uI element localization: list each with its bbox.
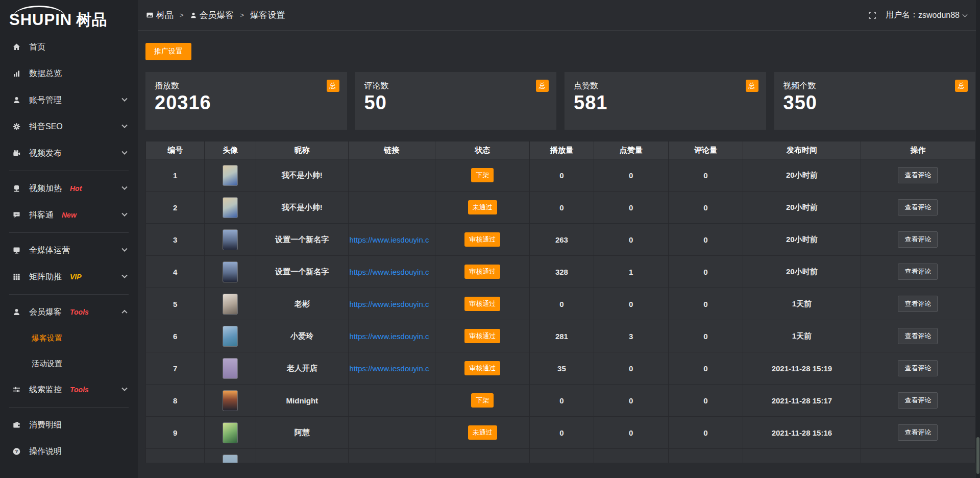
video-link[interactable]: https://www.iesdouyin.c	[350, 235, 434, 244]
cell-actions: 查看评论	[861, 256, 975, 288]
sidebar-item-douyin-seo[interactable]: 抖音SEO	[0, 113, 138, 140]
cell-nickname	[256, 449, 348, 463]
total-badge: 总	[955, 80, 968, 92]
video-table: 编号 头像 昵称 链接 状态 播放量 点赞量 评论量 发布时间 操作 1	[145, 141, 975, 463]
cell-comments: 0	[668, 159, 743, 192]
wallet-icon	[12, 421, 21, 429]
sidebar-item-home[interactable]: 首页	[0, 34, 138, 60]
cell-likes	[594, 449, 668, 463]
sidebar-item-help[interactable]: ? 操作说明	[0, 438, 138, 465]
avatar	[223, 358, 238, 379]
cell-likes: 1	[594, 256, 668, 288]
table-row: 2 我不是小帅! 未通过 0 0 0 20小时前 查看评论	[146, 192, 975, 224]
cell-plays: 0	[530, 159, 594, 192]
status-badge: 下架	[471, 393, 494, 408]
cell-likes: 0	[594, 352, 668, 385]
stat-card-comments: 评论数 50 总	[355, 72, 557, 130]
sidebar-item-label: 矩阵助推	[29, 272, 62, 282]
sidebar-item-label: 首页	[29, 42, 45, 53]
cell-plays: 35	[530, 352, 594, 385]
view-comments-button[interactable]: 查看评论	[898, 360, 938, 376]
promo-settings-button[interactable]: 推广设置	[145, 43, 191, 60]
cell-time: 1天前	[743, 288, 861, 320]
sidebar-item-clue-monitor[interactable]: 线索监控 Tools	[0, 376, 138, 403]
username-value: zswodun88	[918, 11, 960, 20]
video-link[interactable]: https://www.iesdouyin.c	[350, 332, 434, 341]
cell-link	[348, 449, 435, 463]
sidebar-item-video-heat[interactable]: 视频加热 Hot	[0, 175, 138, 202]
video-link[interactable]: https://www.iesdouyin.c	[350, 300, 434, 308]
sidebar-item-member-baoke[interactable]: 会员爆客 Tools	[0, 299, 138, 325]
col-header-id: 编号	[146, 141, 205, 159]
view-comments-button[interactable]: 查看评论	[898, 167, 938, 183]
view-comments-button[interactable]: 查看评论	[898, 392, 938, 409]
video-link[interactable]: https://www.iesdouyin.c	[350, 268, 434, 276]
breadcrumb-item-member-baoke[interactable]: 会员爆客	[190, 9, 234, 21]
chevron-down-icon	[121, 123, 127, 128]
sidebar-subitem-baoke-settings[interactable]: 爆客设置	[0, 325, 138, 351]
table-row: 1 我不是小帅! 下架 0 0 0 20小时前 查看评论	[146, 159, 975, 192]
stat-value: 50	[364, 92, 548, 114]
cell-time: 2021-11-28 15:17	[743, 385, 861, 417]
video-link[interactable]: https://www.iesdouyin.c	[350, 364, 434, 373]
cell-nickname: 我不是小帅!	[256, 192, 348, 224]
home-icon	[12, 43, 21, 51]
stat-label: 评论数	[364, 81, 548, 91]
sidebar-item-douketong[interactable]: 抖客通 New	[0, 202, 138, 228]
avatar	[223, 294, 238, 315]
view-comments-button[interactable]: 查看评论	[898, 264, 938, 280]
view-comments-button[interactable]: 查看评论	[898, 199, 938, 216]
status-badge: 未通过	[468, 200, 497, 214]
cell-actions: 查看评论	[861, 159, 975, 192]
stat-label: 点赞数	[574, 81, 757, 91]
cell-avatar	[205, 385, 256, 417]
stat-card-plays: 播放数 20316 总	[145, 72, 347, 130]
cell-comments: 0	[668, 224, 743, 256]
cell-time: 2021-11-28 15:16	[743, 417, 861, 449]
cell-link	[348, 159, 435, 192]
col-header-status: 状态	[435, 141, 530, 159]
cell-status: 审核通过	[435, 256, 530, 288]
cell-nickname: 设置一个新名字	[256, 256, 348, 288]
view-comments-button[interactable]: 查看评论	[898, 231, 938, 248]
cell-plays: 0	[530, 288, 594, 320]
sidebar-subitem-activity-settings[interactable]: 活动设置	[0, 351, 138, 376]
user-menu[interactable]: 用户名： zswodun88	[886, 10, 967, 20]
sidebar-subitem-label: 活动设置	[32, 359, 62, 369]
sidebar-item-label: 数据总览	[29, 68, 62, 79]
sidebar-divider	[9, 171, 129, 171]
cell-nickname: Midnight	[256, 385, 348, 417]
cell-time: 1天前	[743, 320, 861, 352]
sidebar-item-omnimedia[interactable]: 全媒体运营	[0, 237, 138, 264]
cell-id: 8	[146, 385, 205, 417]
sidebar-item-account-mgmt[interactable]: 账号管理	[0, 87, 138, 113]
chevron-down-icon	[121, 273, 127, 278]
col-header-comments: 评论量	[668, 141, 743, 159]
stat-card-likes: 点赞数 581 总	[565, 72, 766, 130]
sidebar-item-matrix-boost[interactable]: 矩阵助推 VIP	[0, 264, 138, 290]
breadcrumb-item-shupin[interactable]: 树品	[146, 9, 174, 21]
app-screen-icon	[146, 11, 154, 19]
sidebar-item-expense-detail[interactable]: 消费明细	[0, 412, 138, 438]
cell-link: https://www.iesdouyin.c	[348, 224, 435, 256]
status-badge: 审核通过	[464, 297, 500, 311]
sidebar-menu: 首页 数据总览 账号管理 抖音SEO 视频发布 视频加热 Hot	[0, 32, 138, 465]
fullscreen-icon[interactable]	[868, 11, 876, 19]
view-comments-button[interactable]: 查看评论	[898, 296, 938, 312]
sidebar-item-video-publish[interactable]: 视频发布	[0, 140, 138, 166]
view-comments-button[interactable]: 查看评论	[898, 328, 938, 344]
stat-value: 581	[574, 92, 757, 114]
view-comments-button[interactable]: 查看评论	[898, 424, 938, 441]
breadcrumb-label: 爆客设置	[250, 9, 285, 21]
sidebar-item-label: 操作说明	[29, 446, 62, 457]
chevron-down-icon	[121, 246, 127, 252]
cell-avatar	[205, 256, 256, 288]
cell-status	[435, 449, 530, 463]
chevron-down-icon	[121, 211, 127, 217]
scrollbar-thumb[interactable]	[976, 437, 979, 474]
sidebar-divider	[9, 294, 129, 295]
cell-status: 审核通过	[435, 352, 530, 385]
cell-status: 下架	[435, 159, 530, 192]
cell-id: 1	[146, 159, 205, 192]
sidebar-item-data-overview[interactable]: 数据总览	[0, 60, 138, 87]
